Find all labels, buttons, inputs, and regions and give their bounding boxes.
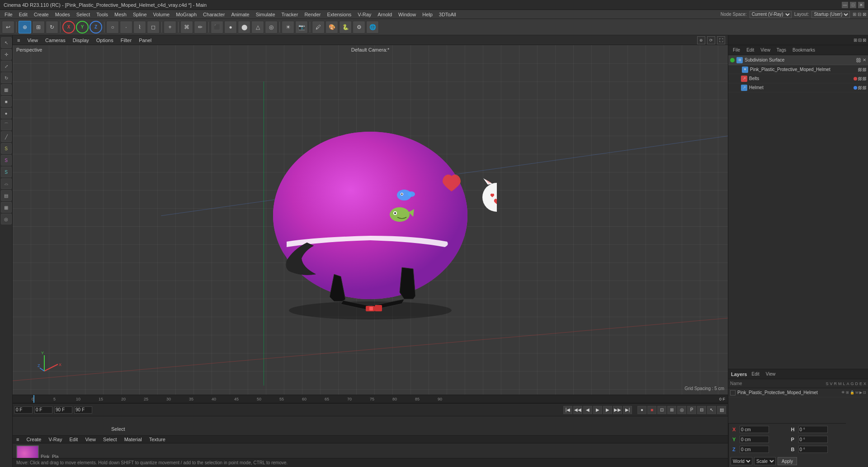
menu-spline[interactable]: Spline (130, 11, 150, 18)
maximize-button[interactable]: □ (850, 2, 856, 8)
coord-p-input[interactable] (798, 436, 828, 443)
menu-simulate[interactable]: Simulate (253, 11, 278, 18)
mat-menu-vray[interactable]: V-Ray (47, 436, 64, 443)
object-row-helmet[interactable]: ▼ Pink_Plastic_Protective_Moped_Helmet (728, 65, 868, 74)
layer-extra-icon[interactable]: ⊡ (863, 391, 866, 395)
coord-x-input[interactable] (740, 426, 769, 433)
timeline-track-area[interactable] (13, 416, 728, 436)
undo-button[interactable]: ↩ (2, 21, 14, 33)
frame-start-input[interactable] (14, 406, 33, 414)
edges-mode-button[interactable]: ⌇ (133, 21, 146, 33)
coord-h-input[interactable] (798, 426, 828, 433)
menu-arnold[interactable]: Arnold (375, 11, 395, 18)
viewport-icon-3[interactable]: ⛶ (717, 36, 725, 44)
render-icon-1[interactable]: ⊡ (657, 406, 666, 414)
nurbs-s3[interactable]: S (1, 167, 12, 177)
object-row-belts[interactable]: ↗ Belts (728, 74, 868, 83)
camera-button[interactable]: 📷 (295, 21, 308, 33)
x-axis-button[interactable]: X (62, 21, 75, 33)
object-row-helmet-mesh[interactable]: ↗ Helmet (728, 83, 868, 92)
cube-button[interactable]: ⬛ (211, 21, 223, 33)
layer-play-icon[interactable]: ▶ (859, 391, 862, 395)
obj-menu-file[interactable]: File (731, 47, 742, 53)
layer-motion-icon[interactable]: M (855, 391, 859, 395)
y-axis-button[interactable]: Y (76, 21, 89, 33)
globe-button[interactable]: 🌐 (366, 21, 379, 33)
viewport-menu-filter[interactable]: Filter (119, 37, 133, 44)
polygons-mode-button[interactable]: ◻ (147, 21, 160, 33)
menu-edit[interactable]: Edit (16, 11, 30, 18)
viewport-menu-icon[interactable]: ≡ (15, 37, 22, 44)
layers-menu-view[interactable]: View (764, 371, 778, 377)
mat-menu-edit[interactable]: Edit (67, 436, 80, 443)
rotate-tool[interactable]: ↻ (1, 72, 12, 83)
layers-menu-edit[interactable]: Edit (750, 371, 761, 377)
menu-create[interactable]: Create (31, 11, 52, 18)
z-axis-button[interactable]: Z (90, 21, 102, 33)
menu-render[interactable]: Render (302, 11, 323, 18)
coord-z-input[interactable] (740, 446, 769, 453)
mat-menu-create[interactable]: Create (24, 436, 43, 443)
world-select[interactable]: World (731, 457, 752, 465)
viewport-menu-display[interactable]: Display (71, 37, 91, 44)
goto-end-button[interactable]: ▶| (623, 406, 632, 414)
sphere-button[interactable]: ● (224, 21, 237, 33)
scale-tool[interactable]: ⤢ (1, 61, 12, 71)
coord-b-input[interactable] (798, 446, 828, 453)
layer-eye-icon[interactable]: 👁 (841, 391, 845, 395)
render-viewport-button[interactable]: ● (637, 406, 646, 414)
scale-select[interactable]: Scale (754, 457, 776, 465)
menu-modes[interactable]: Modes (52, 11, 73, 18)
light-button[interactable]: ☀ (282, 21, 294, 33)
menu-3dtoall[interactable]: 3DToAll (436, 11, 459, 18)
viewport-menu-options[interactable]: Options (94, 37, 115, 44)
torus-button[interactable]: ◎ (265, 21, 278, 33)
node-space-select[interactable]: Current (V-Ray) (750, 11, 792, 18)
subdiv-close[interactable]: ✕ (863, 57, 866, 62)
close-button[interactable]: ✕ (858, 2, 864, 8)
rp-icon-3[interactable]: ⊠ (863, 38, 866, 43)
render-icon-5[interactable]: ⊟ (697, 406, 706, 414)
viewport-menu-panel[interactable]: Panel (137, 37, 153, 44)
anim-icon-1[interactable]: ↖ (707, 406, 716, 414)
extra-tool[interactable]: ◎ (1, 214, 12, 224)
python-button[interactable]: 🐍 (339, 21, 352, 33)
live-sel-button[interactable]: ✏ (194, 21, 207, 33)
line-tool[interactable]: ╱ (1, 131, 12, 142)
viewport-icon-1[interactable]: ⊕ (697, 36, 705, 44)
goto-start-button[interactable]: |◀ (563, 406, 572, 414)
layer-lock-icon[interactable]: 🔒 (850, 391, 854, 395)
menu-mograph[interactable]: MoGraph (173, 11, 199, 18)
menu-tracker[interactable]: Tracker (279, 11, 301, 18)
select-tool[interactable]: ↖ (1, 37, 12, 48)
layout-select[interactable]: Startup (User) (811, 11, 850, 18)
obj-menu-edit[interactable]: Edit (745, 47, 756, 53)
frame-current-input[interactable] (34, 406, 52, 414)
rotate-tool-button[interactable]: ↻ (46, 21, 58, 33)
add-button[interactable]: + (164, 21, 176, 33)
menu-help[interactable]: Help (420, 11, 435, 18)
grid-tool[interactable]: ▦ (1, 202, 12, 213)
render-icon-4[interactable]: P (687, 406, 696, 414)
nurbs-s2[interactable]: S (1, 155, 12, 166)
frame-end-input[interactable] (74, 406, 92, 414)
lasso-button[interactable]: ⌘ (180, 21, 193, 33)
next-key-button[interactable]: ▶ (603, 406, 612, 414)
render-icon-2[interactable]: ⊞ (667, 406, 676, 414)
scale-tool-button[interactable]: ⊞ (32, 21, 45, 33)
menu-window[interactable]: Window (396, 11, 419, 18)
menu-vray[interactable]: V-Ray (355, 11, 374, 18)
pen-button[interactable]: 🖊 (312, 21, 325, 33)
prev-frame-button[interactable]: ◀◀ (573, 406, 582, 414)
menu-extensions[interactable]: Extensions (324, 11, 354, 18)
menu-tools[interactable]: Tools (94, 11, 111, 18)
object-mode-button[interactable]: ○ (106, 21, 119, 33)
layer-render-icon[interactable]: ⊞ (846, 391, 849, 395)
paint-button[interactable]: 🎨 (326, 21, 338, 33)
frame-end-display[interactable] (54, 406, 72, 414)
anim-icon-2[interactable]: ▤ (717, 406, 726, 414)
obj-menu-view[interactable]: View (759, 47, 772, 53)
viewport-canvas[interactable]: Perspective Default Camera:* (13, 45, 728, 395)
menu-mesh[interactable]: Mesh (112, 11, 129, 18)
menu-volume[interactable]: Volume (151, 11, 173, 18)
